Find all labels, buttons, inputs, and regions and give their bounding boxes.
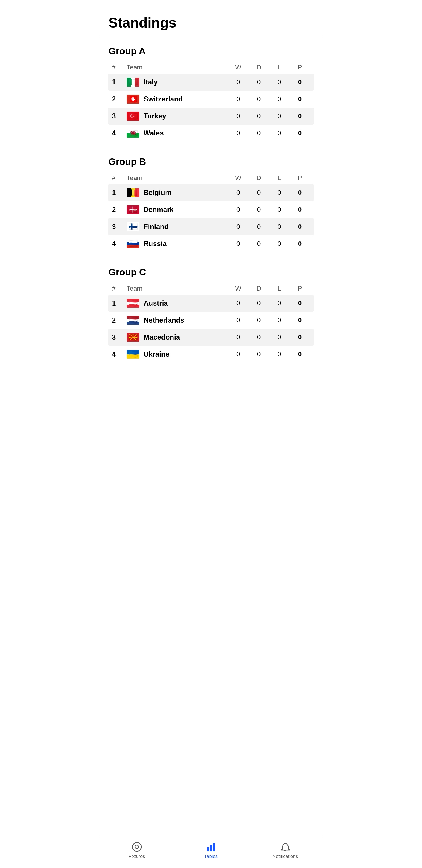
col-hash: #: [112, 285, 127, 292]
team-w: 0: [228, 189, 249, 196]
team-flag: 🇹🇷: [127, 112, 139, 121]
team-p: 0: [290, 223, 310, 230]
team-w: 0: [228, 129, 249, 137]
col-d: D: [249, 285, 269, 292]
team-p: 0: [290, 95, 310, 103]
table-row[interactable]: 2 🇳🇱 Netherlands 0 0 0 0: [108, 312, 314, 329]
team-p: 0: [290, 78, 310, 86]
table-row[interactable]: 3 🇹🇷 Turkey 0 0 0 0: [108, 107, 314, 125]
col-l: L: [269, 64, 290, 71]
team-d: 0: [249, 189, 269, 196]
team-name: Switzerland: [143, 95, 183, 103]
team-rank: 2: [112, 206, 127, 214]
col-w: W: [228, 174, 249, 182]
group-C-section: Group C # Team W D L P 1 🇦🇹 Austria 0 0 …: [100, 258, 322, 369]
col-team: Team: [127, 174, 228, 182]
team-rank: 2: [112, 95, 127, 103]
team-d: 0: [249, 206, 269, 214]
team-rank: 1: [112, 189, 127, 197]
team-d: 0: [249, 316, 269, 324]
team-l: 0: [269, 223, 290, 230]
team-w: 0: [228, 333, 249, 341]
team-cell: 🇮🇹 Italy: [127, 78, 228, 87]
team-rank: 4: [112, 240, 127, 248]
team-d: 0: [249, 240, 269, 248]
team-w: 0: [228, 316, 249, 324]
team-d: 0: [249, 300, 269, 307]
col-d: D: [249, 64, 269, 71]
team-flag: 🇧🇪: [127, 188, 139, 197]
team-rank: 1: [112, 78, 127, 86]
team-name: Russia: [143, 240, 167, 248]
team-name: Finland: [143, 223, 168, 231]
team-rank: 3: [112, 223, 127, 231]
team-l: 0: [269, 240, 290, 248]
col-p: P: [290, 174, 310, 182]
team-cell: 🇹🇷 Turkey: [127, 112, 228, 121]
team-flag: 🇦🇹: [127, 299, 139, 308]
team-rank: 4: [112, 129, 127, 137]
team-cell: 🇦🇹 Austria: [127, 299, 228, 308]
col-p: P: [290, 285, 310, 292]
team-l: 0: [269, 206, 290, 214]
col-l: L: [269, 285, 290, 292]
team-cell: 🇷🇺 Russia: [127, 239, 228, 248]
team-name: Wales: [143, 129, 164, 137]
team-d: 0: [249, 129, 269, 137]
table-row[interactable]: 3 🇲🇰 Macedonia 0 0 0 0: [108, 329, 314, 346]
table-row[interactable]: 4 🇺🇦 Ukraine 0 0 0 0: [108, 346, 314, 363]
team-l: 0: [269, 95, 290, 103]
team-name: Ukraine: [143, 350, 169, 358]
team-name: Turkey: [143, 112, 166, 120]
team-p: 0: [290, 206, 310, 214]
team-d: 0: [249, 112, 269, 120]
group-A-section: Group A # Team W D L P 1 🇮🇹 Italy 0 0 0 …: [100, 37, 322, 148]
team-rank: 3: [112, 112, 127, 120]
table-row[interactable]: 4 🏴󠁧󠁢󠁷󠁬󠁳󠁿 Wales 0 0 0 0: [108, 125, 314, 142]
team-l: 0: [269, 112, 290, 120]
team-l: 0: [269, 350, 290, 358]
team-l: 0: [269, 78, 290, 86]
team-l: 0: [269, 129, 290, 137]
col-p: P: [290, 64, 310, 71]
team-l: 0: [269, 333, 290, 341]
team-name: Macedonia: [143, 333, 180, 341]
team-w: 0: [228, 223, 249, 230]
team-rank: 2: [112, 316, 127, 324]
group-C-header: # Team W D L P: [108, 282, 314, 295]
table-row[interactable]: 4 🇷🇺 Russia 0 0 0 0: [108, 235, 314, 252]
team-cell: 🇲🇰 Macedonia: [127, 333, 228, 342]
team-cell: 🇫🇮 Finland: [127, 222, 228, 231]
table-row[interactable]: 1 🇦🇹 Austria 0 0 0 0: [108, 295, 314, 312]
table-row[interactable]: 3 🇫🇮 Finland 0 0 0 0: [108, 218, 314, 235]
group-B-title: Group B: [108, 156, 314, 167]
team-w: 0: [228, 300, 249, 307]
col-team: Team: [127, 64, 228, 71]
group-B-section: Group B # Team W D L P 1 🇧🇪 Belgium 0 0 …: [100, 148, 322, 258]
team-d: 0: [249, 350, 269, 358]
team-l: 0: [269, 189, 290, 196]
table-row[interactable]: 1 🇧🇪 Belgium 0 0 0 0: [108, 184, 314, 201]
table-row[interactable]: 2 🇩🇰 Denmark 0 0 0 0: [108, 201, 314, 218]
team-rank: 4: [112, 350, 127, 358]
team-flag: 🇺🇦: [127, 350, 139, 359]
team-w: 0: [228, 206, 249, 214]
team-rank: 3: [112, 333, 127, 341]
team-w: 0: [228, 350, 249, 358]
table-row[interactable]: 2 🇨🇭 Switzerland 0 0 0 0: [108, 91, 314, 107]
team-flag: 🇫🇮: [127, 222, 139, 231]
team-name: Belgium: [143, 189, 171, 197]
team-cell: 🇳🇱 Netherlands: [127, 316, 228, 324]
team-d: 0: [249, 333, 269, 341]
team-p: 0: [290, 350, 310, 358]
team-cell: 🇺🇦 Ukraine: [127, 350, 228, 359]
team-flag: 🇨🇭: [127, 95, 139, 103]
team-cell: 🇩🇰 Denmark: [127, 205, 228, 214]
team-flag: 🇩🇰: [127, 205, 139, 214]
team-flag: 🇮🇹: [127, 78, 139, 87]
team-p: 0: [290, 129, 310, 137]
team-p: 0: [290, 333, 310, 341]
table-row[interactable]: 1 🇮🇹 Italy 0 0 0 0: [108, 73, 314, 91]
team-flag: 🇳🇱: [127, 316, 139, 324]
col-d: D: [249, 174, 269, 182]
